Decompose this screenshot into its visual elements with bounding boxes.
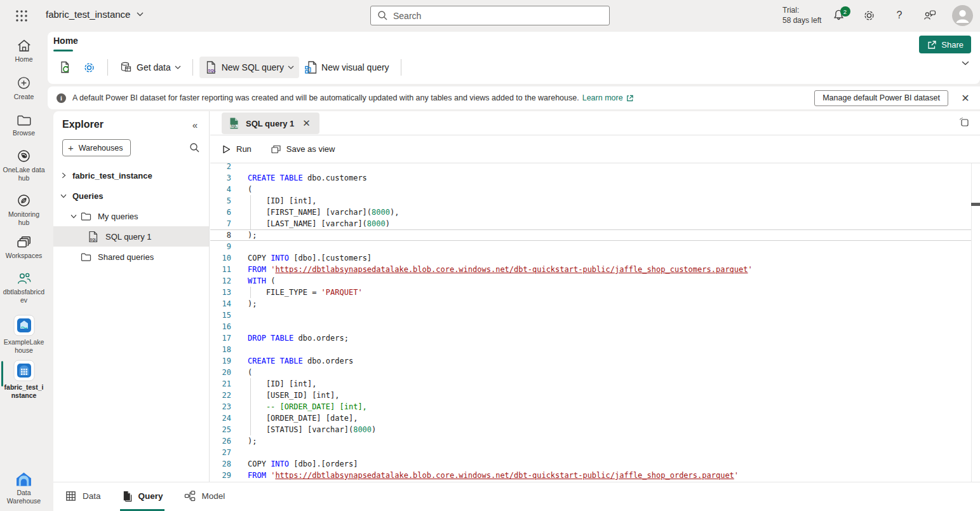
- explorer-search-icon[interactable]: [189, 142, 200, 153]
- code-line-16[interactable]: 16: [210, 321, 971, 332]
- line-number: 20: [210, 367, 231, 378]
- code-line-22[interactable]: 22 [USER_ID] [int],: [210, 390, 971, 401]
- search-input[interactable]: Search: [370, 6, 610, 25]
- rail-item-label: dbtlabsfabricdev: [3, 288, 45, 304]
- chevron-down-icon[interactable]: [59, 191, 70, 200]
- rail-item-monitoring-hub[interactable]: Monitoring hub: [0, 193, 48, 227]
- code-line-29[interactable]: 29FROM 'https://dbtlabsynapsedatalake.bl…: [210, 470, 971, 481]
- query-tab[interactable]: SQL SQL query 1 ✕: [222, 112, 319, 134]
- chevron-right-icon[interactable]: [59, 171, 70, 180]
- new-visual-query-label: New visual query: [321, 62, 389, 72]
- lakehouse-icon: [13, 315, 35, 336]
- new-visual-query-button[interactable]: New visual query: [299, 57, 394, 78]
- rail-item-workspaces[interactable]: Workspaces: [0, 235, 48, 260]
- save-as-view-button[interactable]: Save as view: [271, 144, 335, 154]
- code-line-20[interactable]: 20(: [210, 367, 971, 378]
- chevron-down-icon[interactable]: [69, 212, 80, 221]
- chevron-down-icon: [962, 61, 969, 65]
- rail-item-fabric-test-instance[interactable]: fabric_test_instance: [0, 360, 48, 400]
- view-switcher-bar: DataQueryModel: [53, 482, 980, 511]
- close-icon[interactable]: ✕: [956, 92, 975, 104]
- code-line-11[interactable]: 11FROM 'https://dbtlabsynapsedatalake.bl…: [210, 264, 971, 275]
- tree-item-my-queries[interactable]: My queries: [53, 206, 209, 226]
- code-line-14[interactable]: 14);: [210, 298, 971, 310]
- learn-more-link[interactable]: Learn more: [582, 93, 634, 102]
- monitoring-icon: [16, 193, 32, 208]
- manage-dataset-button[interactable]: Manage default Power BI dataset: [814, 90, 948, 106]
- rail-item-data-warehouse[interactable]: Data Warehouse: [0, 472, 48, 505]
- code-line-25[interactable]: 25 [STATUS] [varchar](8000): [210, 424, 971, 435]
- sql-file-green-icon: SQL: [228, 117, 240, 130]
- close-icon[interactable]: ✕: [300, 118, 313, 129]
- code-line-17[interactable]: 17DROP TABLE dbo.orders;: [210, 332, 971, 344]
- folder-icon: [80, 211, 95, 222]
- code-line-12[interactable]: 12WITH (: [210, 275, 971, 287]
- code-line-26[interactable]: 26);: [210, 435, 971, 447]
- share-button[interactable]: Share: [919, 36, 971, 53]
- code-line-19[interactable]: 19CREATE TABLE dbo.orders: [210, 355, 971, 367]
- tree-item-label: Shared queries: [98, 252, 154, 262]
- rail-item-browse[interactable]: Browse: [0, 112, 48, 137]
- code-text: [USER_ID] [int],: [231, 390, 340, 401]
- code-line-6[interactable]: 6 [FIRST_NAME] [varchar](8000),: [210, 207, 971, 218]
- feedback-icon: [923, 9, 937, 22]
- feedback-button[interactable]: [918, 4, 941, 27]
- add-warehouses-button[interactable]: + Warehouses: [62, 139, 131, 156]
- code-line-23[interactable]: 23 -- [ORDER_DATE] [int],: [210, 401, 971, 412]
- view-tab-query[interactable]: Query: [120, 482, 164, 511]
- code-line-4[interactable]: 4(: [210, 184, 971, 195]
- code-line-9[interactable]: 9: [210, 241, 971, 252]
- view-tab-data[interactable]: Data: [64, 482, 102, 511]
- datawarehouse-icon: [15, 472, 32, 487]
- refresh-dataset-button[interactable]: [53, 57, 77, 78]
- code-line-7[interactable]: 7 [LAST_NAME] [varchar](8000): [210, 218, 971, 229]
- line-number: 11: [210, 264, 231, 275]
- notifications-button[interactable]: 2: [827, 4, 850, 27]
- new-sql-query-button[interactable]: SQL New SQL query: [199, 57, 299, 78]
- toolbar-divider: [401, 59, 401, 76]
- collapse-ribbon-button[interactable]: [962, 61, 969, 65]
- view-tab-model[interactable]: Model: [182, 482, 227, 511]
- code-line-15[interactable]: 15: [210, 310, 971, 321]
- tab-home[interactable]: Home: [53, 36, 78, 46]
- code-editor[interactable]: 23CREATE TABLE dbo.customers4(5 [ID] [in…: [210, 163, 971, 482]
- code-text: -- [ORDER_DATE] [int],: [231, 401, 367, 412]
- settings-button[interactable]: [857, 4, 880, 27]
- tree-item-sql-query-1[interactable]: SQLSQL query 1: [53, 226, 209, 247]
- code-line-8[interactable]: 8);: [210, 229, 971, 241]
- run-button[interactable]: Run: [222, 144, 252, 154]
- code-line-24[interactable]: 24 [ORDER_DATE] [date],: [210, 412, 971, 424]
- explorer-tree: fabric_test_instanceQueriesMy queriesSQL…: [53, 165, 209, 267]
- editor-scrollbar[interactable]: [971, 163, 980, 482]
- settings-warehouse-button[interactable]: [77, 57, 101, 78]
- code-line-27[interactable]: 27: [210, 447, 971, 458]
- help-button[interactable]: ?: [888, 4, 911, 27]
- code-text: [231, 163, 248, 172]
- code-line-10[interactable]: 10COPY INTO [dbo].[customers]: [210, 252, 971, 264]
- code-line-3[interactable]: 3CREATE TABLE dbo.customers: [210, 172, 971, 184]
- editor-tabbar: SQL SQL query 1 ✕: [210, 111, 980, 135]
- tree-item-fabric-test-instance[interactable]: fabric_test_instance: [53, 165, 209, 186]
- code-line-18[interactable]: 18: [210, 344, 971, 355]
- app-launcher-icon[interactable]: [14, 8, 29, 24]
- code-line-5[interactable]: 5 [ID] [int],: [210, 195, 971, 207]
- copy-icon[interactable]: [958, 116, 971, 129]
- rail-item-label: ExampleLakehouse: [3, 338, 45, 355]
- code-line-13[interactable]: 13 FILE_TYPE = 'PARQUET': [210, 287, 971, 298]
- code-line-28[interactable]: 28COPY INTO [dbo].[orders]: [210, 458, 971, 470]
- workspace-switcher[interactable]: fabric_test_instance: [46, 9, 144, 20]
- code-line-21[interactable]: 21 [ID] [int],: [210, 378, 971, 390]
- line-number: 5: [210, 195, 231, 207]
- rail-item-onelake-data-hub[interactable]: OneLake data hub: [0, 148, 48, 182]
- rail-item-create[interactable]: Create: [0, 75, 48, 101]
- rail-item-dbtlabsfabricdev[interactable]: dbtlabsfabricdev: [0, 271, 48, 304]
- collapse-explorer-icon[interactable]: «: [192, 119, 198, 130]
- tree-item-shared-queries[interactable]: Shared queries: [53, 247, 209, 267]
- account-avatar[interactable]: [952, 5, 973, 26]
- rail-item-examplelakehouse[interactable]: ExampleLakehouse: [0, 315, 48, 355]
- get-data-button[interactable]: Get data: [114, 57, 186, 78]
- rail-item-home[interactable]: Home: [0, 38, 48, 64]
- code-line-2[interactable]: 2: [210, 163, 971, 172]
- folder-icon: [80, 252, 95, 262]
- tree-item-queries[interactable]: Queries: [53, 186, 209, 206]
